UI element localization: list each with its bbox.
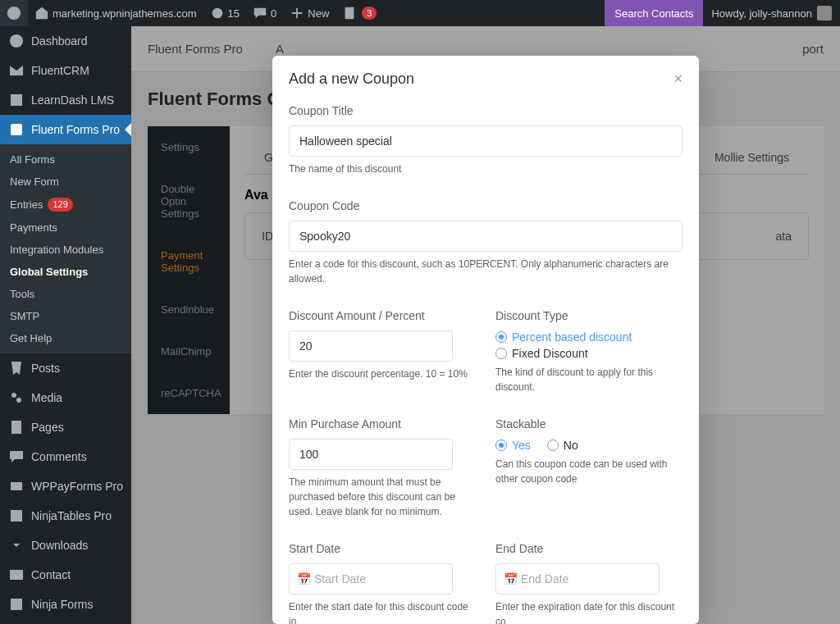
min-purchase-label: Min Purchase Amount xyxy=(289,417,476,430)
start-date-desc: Enter the start date for this discount c… xyxy=(289,599,476,624)
updates[interactable]: 15 xyxy=(203,0,246,26)
discount-amount-label: Discount Amount / Percent xyxy=(289,309,476,322)
start-date-label: Start Date xyxy=(289,542,476,555)
stackable-label: Stackable xyxy=(495,417,682,430)
submenu-tools[interactable]: Tools xyxy=(0,283,131,305)
end-date-label: End Date xyxy=(495,542,682,555)
radio-stackable-yes[interactable]: Yes xyxy=(495,439,531,452)
close-icon[interactable]: × xyxy=(673,71,682,88)
coupon-modal: Add a new Coupon × Coupon Title The name… xyxy=(272,56,699,624)
svg-rect-8 xyxy=(11,510,22,522)
svg-rect-3 xyxy=(11,124,22,135)
admin-sidebar: Dashboard FluentCRM LearnDash LMS Fluent… xyxy=(0,26,131,624)
radio-fixed-discount[interactable]: Fixed Discount xyxy=(495,347,682,360)
menu-fluentcrm[interactable]: FluentCRM xyxy=(0,56,131,85)
menu-ninjaforms[interactable]: Ninja Forms xyxy=(0,590,131,619)
menu-woocommerce[interactable]: WooCommerce xyxy=(0,619,131,624)
notifications[interactable]: 3 xyxy=(336,0,383,26)
menu-pages[interactable]: Pages xyxy=(0,412,131,442)
new-content[interactable]: New xyxy=(283,0,336,26)
submenu-entries[interactable]: Entries129 xyxy=(0,193,131,216)
calendar-icon: 📅 xyxy=(504,572,518,585)
notification-badge: 3 xyxy=(362,7,377,20)
radio-stackable-no[interactable]: No xyxy=(547,439,578,452)
comments[interactable]: 0 xyxy=(246,0,283,26)
coupon-code-label: Coupon Code xyxy=(289,199,682,212)
menu-fluentforms[interactable]: Fluent Forms Pro xyxy=(0,115,131,144)
svg-point-5 xyxy=(16,398,21,403)
submenu-global-settings[interactable]: Global Settings xyxy=(0,261,131,283)
submenu-get-help[interactable]: Get Help xyxy=(0,327,131,349)
radio-percent-discount[interactable]: Percent based discount xyxy=(495,330,682,344)
svg-point-0 xyxy=(7,7,21,20)
coupon-title-desc: The name of this discount xyxy=(289,162,682,176)
svg-rect-6 xyxy=(11,421,21,434)
discount-type-desc: The kind of discount to apply for this d… xyxy=(495,365,682,394)
submenu-payments[interactable]: Payments xyxy=(0,216,131,239)
admin-bar: marketing.wpninjathemes.com 15 0 New 3 S… xyxy=(0,0,840,26)
calendar-icon: 📅 xyxy=(297,572,311,585)
discount-amount-desc: Enter the discount percentage. 10 = 10% xyxy=(289,367,476,381)
discount-amount-input[interactable] xyxy=(289,330,453,362)
modal-title: Add a new Coupon xyxy=(289,71,414,88)
entries-count: 129 xyxy=(48,198,72,212)
search-contacts-button[interactable]: Search Contacts xyxy=(605,0,703,26)
menu-posts[interactable]: Posts xyxy=(0,353,131,383)
avatar xyxy=(817,6,832,20)
submenu-fluentforms: All Forms New Form Entries129 Payments I… xyxy=(0,144,131,353)
menu-downloads[interactable]: Downloads xyxy=(0,531,131,560)
wp-logo[interactable] xyxy=(0,0,28,26)
svg-rect-2 xyxy=(11,94,22,106)
menu-learndash[interactable]: LearnDash LMS xyxy=(0,85,131,115)
coupon-title-input[interactable] xyxy=(289,125,682,157)
start-date-input[interactable] xyxy=(289,563,453,594)
discount-type-label: Discount Type xyxy=(495,309,682,322)
svg-point-1 xyxy=(10,34,23,48)
coupon-title-label: Coupon Title xyxy=(289,104,682,117)
svg-rect-7 xyxy=(11,482,22,490)
min-purchase-input[interactable] xyxy=(289,439,453,470)
end-date-desc: Enter the expiration date for this disco… xyxy=(495,599,682,624)
content-area: Fluent Forms Pro A port Fluent Forms Glo… xyxy=(131,26,840,624)
svg-point-4 xyxy=(11,393,16,398)
end-date-input[interactable] xyxy=(495,563,660,594)
submenu-new-form[interactable]: New Form xyxy=(0,171,131,193)
submenu-smtp[interactable]: SMTP xyxy=(0,305,131,327)
submenu-integration[interactable]: Integration Modules xyxy=(0,239,131,261)
min-purchase-desc: The minimum amount that must be purchase… xyxy=(289,475,476,519)
menu-contact[interactable]: Contact xyxy=(0,560,131,590)
site-title[interactable]: marketing.wpninjathemes.com xyxy=(28,0,203,26)
coupon-code-input[interactable] xyxy=(289,221,682,252)
coupon-code-desc: Enter a code for this discount, such as … xyxy=(289,257,682,286)
user-menu[interactable]: Howdy, jolly-shannon xyxy=(703,6,840,20)
menu-comments[interactable]: Comments xyxy=(0,442,131,471)
svg-rect-9 xyxy=(11,599,22,610)
menu-media[interactable]: Media xyxy=(0,383,131,412)
menu-ninjatables[interactable]: NinjaTables Pro xyxy=(0,501,131,531)
stackable-desc: Can this coupon code can be used with ot… xyxy=(495,457,682,486)
menu-wppayforms[interactable]: WPPayForms Pro xyxy=(0,471,131,501)
submenu-all-forms[interactable]: All Forms xyxy=(0,148,131,171)
menu-dashboard[interactable]: Dashboard xyxy=(0,26,131,56)
